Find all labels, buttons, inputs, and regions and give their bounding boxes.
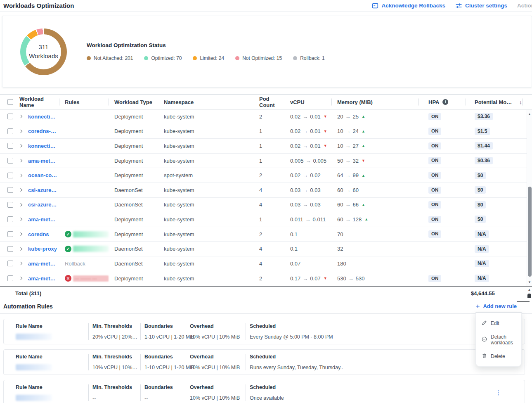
expand-chevron-icon[interactable]: [19, 115, 22, 118]
expand-chevron-icon[interactable]: [19, 173, 22, 177]
workload-name-link[interactable]: konnecti…: [28, 143, 55, 149]
workload-name-link[interactable]: ama-met…: [28, 216, 55, 223]
vcpu-current: 0.005: [290, 158, 304, 164]
page-scrollbar[interactable]: ▲: [527, 288, 532, 299]
expand-chevron-icon[interactable]: [19, 262, 22, 265]
table-scrollbar[interactable]: ▲ ▼: [527, 110, 532, 286]
workload-name-link[interactable]: coredns: [28, 231, 49, 237]
memory-recommended: 24: [352, 128, 358, 134]
memory-current: 180: [337, 261, 346, 267]
row-checkbox[interactable]: [7, 275, 13, 281]
rule-overhead-field: Overhead10% vCPU | 10% MiB: [186, 354, 246, 370]
row-checkbox[interactable]: [7, 202, 13, 208]
row-checkbox[interactable]: [7, 216, 13, 222]
scrollbar-thumb[interactable]: [528, 187, 532, 277]
menu-item-detach-workloads[interactable]: Detach workloads: [476, 330, 521, 349]
legend-label: Not Attached: 201: [94, 55, 133, 61]
trend-up-icon: ▲: [362, 114, 365, 119]
menu-item-edit[interactable]: Edit: [476, 316, 521, 330]
rule-more-actions-icon[interactable]: [498, 390, 499, 396]
cell-expand: [19, 174, 28, 177]
cell-namespace: kube-system: [157, 143, 254, 149]
row-checkbox[interactable]: [7, 114, 13, 119]
cell-expand: [19, 130, 28, 133]
hpa-info-icon[interactable]: i: [442, 99, 448, 105]
add-new-rule-button[interactable]: + Add new rule: [475, 303, 517, 310]
trend-down-icon: ▼: [324, 114, 327, 119]
expand-chevron-icon[interactable]: [19, 188, 22, 192]
rule-min-thresholds-value: --: [92, 395, 140, 401]
row-checkbox[interactable]: [7, 187, 13, 193]
expand-chevron-icon[interactable]: [19, 247, 22, 250]
workload-name-link[interactable]: coredns-…: [28, 128, 56, 134]
rule-name-redacted: --- ------- ---: [73, 275, 109, 282]
row-checkbox[interactable]: [7, 246, 13, 252]
column-header-namespace[interactable]: Namespace: [157, 95, 254, 109]
column-header-potential-monthly[interactable]: Potential Mo…↓: [466, 95, 527, 109]
rule-name-label: Rule Name: [16, 323, 88, 329]
expand-chevron-icon[interactable]: [19, 277, 22, 280]
actions-button[interactable]: Action: [517, 2, 532, 9]
scrollbar-thumb[interactable]: [527, 294, 531, 298]
menu-item-delete[interactable]: Delete: [476, 349, 521, 363]
change-arrow-icon: →: [343, 187, 352, 193]
cell-namespace: kube-system: [157, 128, 254, 134]
trend-up-icon: ▲: [362, 203, 365, 207]
add-new-rule-label: Add new rule: [483, 303, 517, 309]
acknowledge-rollbacks-button[interactable]: Acknowledge Rollbacks: [372, 2, 445, 9]
row-checkbox[interactable]: [7, 231, 13, 237]
workload-name-link[interactable]: ama-met…: [28, 158, 55, 164]
workloads-donut-chart: 311 Workloads: [20, 28, 67, 75]
select-all-checkbox[interactable]: [7, 99, 13, 105]
row-checkbox[interactable]: [7, 158, 13, 164]
scroll-up-icon[interactable]: ▲: [527, 288, 532, 292]
expand-chevron-icon[interactable]: [19, 232, 22, 236]
workload-name-link[interactable]: ama-met…: [28, 261, 55, 267]
expand-chevron-icon[interactable]: [19, 130, 22, 133]
column-header-pod-count[interactable]: Pod Count: [254, 95, 285, 109]
trend-down-icon: ▼: [324, 276, 327, 280]
expand-chevron-icon[interactable]: [19, 159, 22, 162]
legend-item: Not Attached: 201: [87, 55, 133, 61]
cell-select: [7, 261, 19, 266]
workload-name-link[interactable]: ocean-co…: [28, 172, 57, 178]
row-checkbox[interactable]: [7, 173, 13, 178]
column-header-vcpu[interactable]: vCPU: [285, 95, 331, 109]
plus-icon: +: [475, 303, 480, 310]
workload-name-link[interactable]: csi-azure…: [28, 202, 57, 208]
row-checkbox[interactable]: [7, 261, 13, 266]
workload-name-link[interactable]: kube-proxy: [28, 246, 57, 252]
trend-down-icon: ▼: [362, 159, 365, 163]
expand-chevron-icon[interactable]: [19, 203, 22, 206]
workload-name-link[interactable]: ama-met…: [28, 275, 55, 282]
row-checkbox[interactable]: [7, 143, 13, 149]
row-checkbox[interactable]: [7, 128, 13, 134]
scroll-up-icon[interactable]: ▲: [527, 113, 532, 116]
cell-pod-count: 1: [254, 128, 285, 134]
cell-vcpu: 0.005→0.005: [285, 158, 331, 164]
rule-min-thresholds-field: Min. Thresholds10% vCPU | 10%…: [88, 354, 140, 370]
expand-chevron-icon[interactable]: [19, 218, 22, 221]
workloads-optimization-page: Workloads Optimization Acknowledge Rollb…: [0, 0, 532, 403]
expand-chevron-icon[interactable]: [19, 144, 22, 147]
acknowledge-rollbacks-label: Acknowledge Rollbacks: [381, 2, 445, 9]
workload-name-link[interactable]: konnecti…: [28, 114, 55, 120]
column-header-memory[interactable]: Memory (MiB): [331, 95, 418, 109]
sort-descending-icon[interactable]: ↓: [519, 99, 522, 105]
workload-name-link[interactable]: csi-azure…: [28, 187, 57, 193]
column-header-workload-name[interactable]: Workload Name: [19, 95, 59, 109]
change-arrow-icon: →: [343, 172, 352, 178]
cell-vcpu: 0.02→0.01▼: [285, 143, 331, 149]
memory-current: 32: [337, 246, 343, 252]
column-header-rules[interactable]: Rules: [59, 95, 109, 109]
scroll-down-icon[interactable]: ▼: [527, 281, 532, 284]
trend-up-icon: ▲: [362, 129, 365, 133]
column-header-hpa[interactable]: HPAi: [418, 95, 466, 109]
column-header-workload-type[interactable]: Workload Type: [109, 95, 157, 109]
rule-overhead-value: 10% vCPU | 10% MiB: [190, 395, 246, 401]
table-row: csi-azure…DaemonSetkube-system40.03→0.03…: [0, 198, 532, 213]
cluster-settings-button[interactable]: Cluster settings: [455, 2, 507, 9]
cell-potential-monthly: N/A: [466, 245, 527, 253]
cell-pod-count: 1: [254, 158, 285, 164]
cluster-settings-label: Cluster settings: [465, 2, 507, 9]
